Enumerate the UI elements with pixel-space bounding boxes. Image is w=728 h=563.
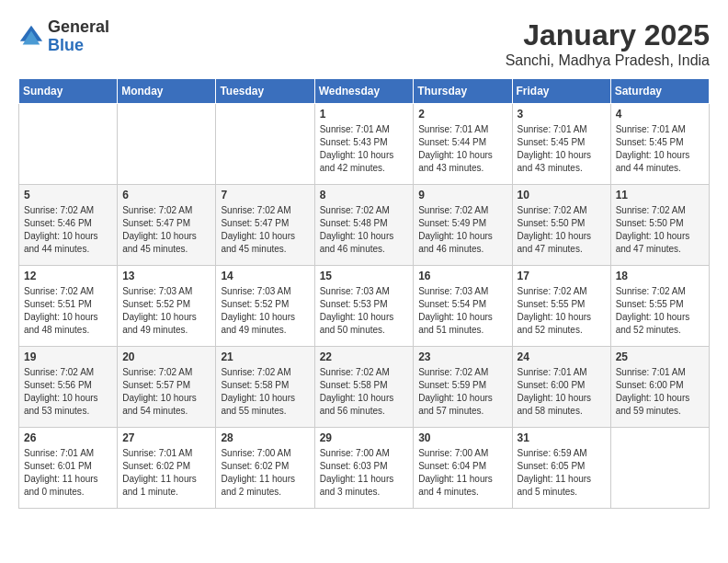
day-number: 18 (616, 270, 704, 282)
day-info: Sunrise: 7:03 AM Sunset: 5:53 PM Dayligh… (320, 285, 409, 337)
calendar-week-4: 19Sunrise: 7:02 AM Sunset: 5:56 PM Dayli… (19, 347, 710, 428)
calendar-cell: 1Sunrise: 7:01 AM Sunset: 5:43 PM Daylig… (314, 104, 414, 185)
day-info: Sunrise: 7:02 AM Sunset: 5:59 PM Dayligh… (418, 366, 506, 418)
weekday-header-thursday: Thursday (414, 79, 512, 104)
day-info: Sunrise: 7:01 AM Sunset: 5:44 PM Dayligh… (418, 123, 506, 175)
day-number: 15 (320, 270, 409, 282)
calendar-cell: 2Sunrise: 7:01 AM Sunset: 5:44 PM Daylig… (414, 104, 512, 185)
day-number: 16 (418, 270, 506, 282)
day-info: Sunrise: 7:01 AM Sunset: 5:45 PM Dayligh… (518, 123, 606, 175)
day-info: Sunrise: 7:02 AM Sunset: 5:55 PM Dayligh… (518, 285, 606, 337)
day-number: 22 (320, 350, 409, 363)
day-info: Sunrise: 7:01 AM Sunset: 6:00 PM Dayligh… (518, 366, 606, 418)
day-info: Sunrise: 7:02 AM Sunset: 5:58 PM Dayligh… (221, 366, 309, 418)
day-number: 10 (518, 189, 606, 201)
calendar-cell: 7Sunrise: 7:02 AM Sunset: 5:47 PM Daylig… (216, 185, 314, 266)
day-info: Sunrise: 6:59 AM Sunset: 6:05 PM Dayligh… (518, 447, 606, 499)
logo: General Blue (18, 18, 109, 55)
weekday-header-sunday: Sunday (19, 79, 118, 104)
day-number: 6 (122, 189, 210, 201)
calendar-cell (216, 104, 314, 185)
day-info: Sunrise: 7:03 AM Sunset: 5:54 PM Dayligh… (418, 285, 506, 337)
weekday-header-friday: Friday (512, 79, 610, 104)
day-info: Sunrise: 7:02 AM Sunset: 5:50 PM Dayligh… (616, 204, 704, 256)
day-number: 5 (24, 189, 112, 201)
day-number: 8 (320, 189, 409, 201)
day-number: 26 (24, 431, 112, 444)
calendar-cell: 31Sunrise: 6:59 AM Sunset: 6:05 PM Dayli… (512, 428, 610, 509)
logo-general: General (48, 18, 109, 37)
day-info: Sunrise: 7:00 AM Sunset: 6:03 PM Dayligh… (320, 447, 409, 499)
calendar-cell: 17Sunrise: 7:02 AM Sunset: 5:55 PM Dayli… (512, 266, 610, 347)
day-info: Sunrise: 7:03 AM Sunset: 5:52 PM Dayligh… (221, 285, 309, 337)
calendar-cell: 16Sunrise: 7:03 AM Sunset: 5:54 PM Dayli… (414, 266, 512, 347)
day-number: 13 (122, 270, 210, 282)
day-number: 9 (418, 189, 506, 201)
calendar-cell: 14Sunrise: 7:03 AM Sunset: 5:52 PM Dayli… (216, 266, 314, 347)
day-number: 19 (24, 350, 112, 363)
calendar-cell: 20Sunrise: 7:02 AM Sunset: 5:57 PM Dayli… (118, 347, 216, 428)
calendar-cell: 26Sunrise: 7:01 AM Sunset: 6:01 PM Dayli… (19, 428, 118, 509)
day-info: Sunrise: 7:02 AM Sunset: 5:49 PM Dayligh… (418, 204, 506, 256)
logo-text: General Blue (48, 18, 109, 55)
calendar-cell: 5Sunrise: 7:02 AM Sunset: 5:46 PM Daylig… (19, 185, 118, 266)
day-info: Sunrise: 7:02 AM Sunset: 5:56 PM Dayligh… (24, 366, 112, 418)
day-info: Sunrise: 7:03 AM Sunset: 5:52 PM Dayligh… (122, 285, 210, 337)
day-number: 25 (616, 350, 704, 363)
calendar-cell: 6Sunrise: 7:02 AM Sunset: 5:47 PM Daylig… (118, 185, 216, 266)
weekday-header-wednesday: Wednesday (314, 79, 414, 104)
calendar-cell: 25Sunrise: 7:01 AM Sunset: 6:00 PM Dayli… (610, 347, 709, 428)
day-info: Sunrise: 7:02 AM Sunset: 5:47 PM Dayligh… (221, 204, 309, 256)
logo-icon (18, 24, 44, 50)
calendar-cell: 19Sunrise: 7:02 AM Sunset: 5:56 PM Dayli… (19, 347, 118, 428)
day-number: 24 (518, 350, 606, 363)
location: Sanchi, Madhya Pradesh, India (506, 52, 710, 69)
calendar-cell (610, 428, 709, 509)
day-number: 17 (518, 270, 606, 282)
logo-blue: Blue (48, 37, 109, 55)
calendar-cell: 29Sunrise: 7:00 AM Sunset: 6:03 PM Dayli… (314, 428, 414, 509)
calendar-cell: 30Sunrise: 7:00 AM Sunset: 6:04 PM Dayli… (414, 428, 512, 509)
calendar-cell (118, 104, 216, 185)
day-info: Sunrise: 7:02 AM Sunset: 5:55 PM Dayligh… (616, 285, 704, 337)
day-info: Sunrise: 7:01 AM Sunset: 6:00 PM Dayligh… (616, 366, 704, 418)
calendar-cell: 10Sunrise: 7:02 AM Sunset: 5:50 PM Dayli… (512, 185, 610, 266)
day-info: Sunrise: 7:02 AM Sunset: 5:57 PM Dayligh… (122, 366, 210, 418)
day-info: Sunrise: 7:02 AM Sunset: 5:50 PM Dayligh… (518, 204, 606, 256)
calendar-cell: 11Sunrise: 7:02 AM Sunset: 5:50 PM Dayli… (610, 185, 709, 266)
day-info: Sunrise: 7:01 AM Sunset: 5:43 PM Dayligh… (320, 123, 409, 175)
calendar-cell: 15Sunrise: 7:03 AM Sunset: 5:53 PM Dayli… (314, 266, 414, 347)
day-number: 30 (418, 431, 506, 444)
day-number: 1 (320, 108, 409, 121)
day-number: 4 (616, 108, 704, 121)
day-number: 2 (418, 108, 506, 121)
day-number: 29 (320, 431, 409, 444)
day-info: Sunrise: 7:01 AM Sunset: 6:02 PM Dayligh… (122, 447, 210, 499)
day-number: 23 (418, 350, 506, 363)
weekday-header-monday: Monday (118, 79, 216, 104)
day-number: 27 (122, 431, 210, 444)
weekday-header-row: SundayMondayTuesdayWednesdayThursdayFrid… (19, 79, 710, 104)
calendar-table: SundayMondayTuesdayWednesdayThursdayFrid… (18, 78, 710, 509)
month-title: January 2025 (506, 18, 710, 52)
calendar-week-5: 26Sunrise: 7:01 AM Sunset: 6:01 PM Dayli… (19, 428, 710, 509)
day-number: 14 (221, 270, 309, 282)
day-info: Sunrise: 7:02 AM Sunset: 5:51 PM Dayligh… (24, 285, 112, 337)
day-info: Sunrise: 7:00 AM Sunset: 6:02 PM Dayligh… (221, 447, 309, 499)
calendar-cell: 21Sunrise: 7:02 AM Sunset: 5:58 PM Dayli… (216, 347, 314, 428)
day-number: 21 (221, 350, 309, 363)
day-number: 7 (221, 189, 309, 201)
calendar-cell: 4Sunrise: 7:01 AM Sunset: 5:45 PM Daylig… (610, 104, 709, 185)
calendar-cell: 23Sunrise: 7:02 AM Sunset: 5:59 PM Dayli… (414, 347, 512, 428)
calendar-cell: 9Sunrise: 7:02 AM Sunset: 5:49 PM Daylig… (414, 185, 512, 266)
calendar-cell: 12Sunrise: 7:02 AM Sunset: 5:51 PM Dayli… (19, 266, 118, 347)
calendar-cell: 8Sunrise: 7:02 AM Sunset: 5:48 PM Daylig… (314, 185, 414, 266)
calendar-cell (19, 104, 118, 185)
day-number: 11 (616, 189, 704, 201)
page-header: General Blue January 2025 Sanchi, Madhya… (18, 18, 710, 69)
calendar-cell: 22Sunrise: 7:02 AM Sunset: 5:58 PM Dayli… (314, 347, 414, 428)
title-block: January 2025 Sanchi, Madhya Pradesh, Ind… (506, 18, 710, 69)
calendar-cell: 13Sunrise: 7:03 AM Sunset: 5:52 PM Dayli… (118, 266, 216, 347)
calendar-cell: 27Sunrise: 7:01 AM Sunset: 6:02 PM Dayli… (118, 428, 216, 509)
day-info: Sunrise: 7:02 AM Sunset: 5:48 PM Dayligh… (320, 204, 409, 256)
